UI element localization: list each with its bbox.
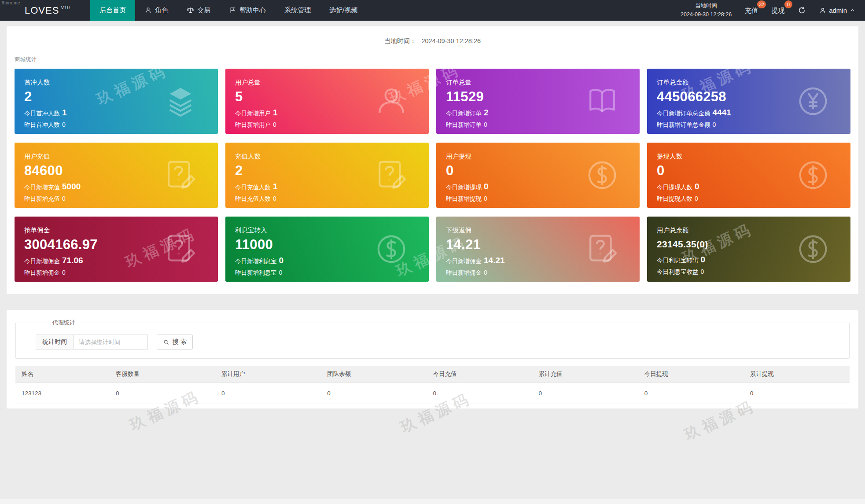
nav-item-2[interactable]: 交易 [177,0,220,21]
nav-item-label: 角色 [155,6,168,15]
horizontal-scrollbar[interactable] [0,499,865,504]
card-today-label: 今日新增订单总金额 [657,110,710,117]
card-yesterday-label: 昨日充值人数 [235,195,271,202]
user-menu[interactable]: admin [819,7,855,14]
user-icon [374,84,409,118]
refresh-icon[interactable] [798,6,806,15]
stat-card: 抢单佣金3004166.97今日新增佣金71.06昨日新增佣金0 [15,217,218,282]
nav-item-4[interactable]: 系统管理 [275,0,320,21]
card-today-value: 5000 [62,182,81,191]
card-today-value: 71.06 [62,256,83,265]
book-icon [585,84,619,118]
navbar-local-time-label: 当地时间 [681,2,732,10]
section-title: 商城统计 [15,56,858,63]
stat-cards-grid: 首冲人数2今日首冲人数1昨日首冲人数0用户总量5今日新增用户1昨日新增用户0订单… [15,69,850,282]
table-cell: 0 [321,383,427,404]
table-header-cell: 客服数量 [110,366,215,383]
stat-card: 首冲人数2今日首冲人数1昨日首冲人数0 [15,69,218,134]
table-header-cell: 姓名 [15,366,110,383]
table-header-cell: 累计提现 [744,366,850,383]
filter-label: 统计时间 [36,335,73,349]
card-yesterday-value: 0 [713,121,716,128]
user-name: admin [829,7,847,14]
recharge-label: 充值 [745,7,758,14]
card-today-value: 14.21 [484,256,505,265]
table-header-cell: 团队余额 [321,366,427,383]
agent-panel: 代理统计 统计时间 搜 索 姓名客服数量累计用户团队余额今日充值累计充值今日提现… [7,310,858,408]
nav-item-label: 系统管理 [284,6,311,15]
edit-doc-icon [585,232,619,266]
card-yesterday-label: 昨日新增提现 [446,195,482,202]
navbar-local-time: 当地时间 2024-09-30 12:28:26 [681,2,732,19]
edit-doc-icon [374,158,409,192]
card-today-label: 今日新增佣金 [24,258,60,265]
card-yesterday-value: 0 [701,268,704,275]
nav-item-0[interactable]: 后台首页 [90,0,135,21]
card-today-label: 今日新增充值 [24,184,60,191]
agent-fieldset: 代理统计 统计时间 搜 索 [15,319,850,359]
card-today-value: 0 [484,182,489,191]
nav-item-label: 选妃/视频 [329,6,357,15]
nav-item-label: 后台首页 [99,6,126,15]
card-yesterday-value: 0 [62,121,66,128]
nav-item-3[interactable]: 帮助中心 [220,0,275,21]
card-today-value: 0 [279,256,284,265]
table-cell: 0 [110,383,215,404]
card-yesterday-value: 0 [279,269,283,276]
card-today-label: 今日新增利息宝 [235,258,277,265]
card-yesterday-value: 0 [273,195,276,202]
card-today-value: 0 [695,182,699,191]
local-time-line: 当地时间： 2024-09-30 12:28:26 [7,26,858,45]
site-watermark: 9fym.me [2,0,20,5]
agent-legend: 代理统计 [48,319,80,327]
nav-item-1[interactable]: 角色 [135,0,177,21]
nav-item-5[interactable]: 选妃/视频 [320,0,367,21]
table-cell: 0 [638,383,744,404]
search-icon [163,339,169,346]
card-today-label: 今日充值人数 [235,184,271,191]
card-today-label: 今日新增用户 [235,110,271,117]
card-today-value: 1 [273,108,278,117]
navbar-local-time-value: 2024-09-30 12:28:26 [681,11,732,19]
card-yesterday-label: 昨日新增订单 [446,121,482,128]
scales-icon [187,7,194,14]
recharge-nav-item[interactable]: 充值 32 [745,6,758,15]
search-button[interactable]: 搜 索 [157,335,193,349]
card-today-label: 今日首冲人数 [24,110,60,117]
edit-doc-icon [163,158,198,192]
card-yesterday-label: 昨日提现人数 [657,195,692,202]
card-yesterday-label: 昨日新增用户 [235,121,271,128]
card-yesterday-value: 0 [273,121,276,128]
card-yesterday-value: 0 [484,195,487,202]
person-icon [144,7,152,14]
withdraw-nav-item[interactable]: 提现 0 [771,6,784,15]
dollar-icon [374,232,409,266]
stats-panel: 当地时间： 2024-09-30 12:28:26 商城统计 首冲人数2今日首冲… [7,26,858,294]
table-header-cell: 今日提现 [638,366,744,383]
search-button-label: 搜 索 [173,338,187,346]
stat-card: 用户总量5今日新增用户1昨日新增用户0 [225,69,429,134]
stat-card: 下级返佣14.21今日新增佣金14.21昨日新增佣金0 [436,217,640,282]
card-yesterday-label: 今日利息宝收益 [657,269,699,275]
layers-icon [163,84,198,118]
table-header-cell: 累计充值 [533,366,638,383]
dollar-icon [796,158,830,192]
recharge-badge: 32 [757,0,766,8]
card-today-label: 今日新增订单 [446,110,482,117]
chevron-up-icon [850,7,855,13]
card-today-value: 1 [273,182,278,191]
table-cell: 0 [427,383,532,404]
card-yesterday-value: 0 [62,269,66,276]
person-icon [819,7,826,14]
table-header-row: 姓名客服数量累计用户团队余额今日充值累计充值今日提现累计提现 [15,366,850,383]
withdraw-label: 提现 [771,7,784,14]
card-today-label: 今日利息宝转出 [657,257,699,264]
stat-card: 充值人数2今日充值人数1昨日充值人数0 [225,143,429,208]
stat-time-input[interactable] [73,335,148,349]
card-today-value: 4441 [713,108,731,117]
card-today-label: 今日新增提现 [446,184,482,191]
main-nav: 后台首页角色交易帮助中心系统管理选妃/视频 [90,0,367,21]
stat-card: 订单总金额445066258今日新增订单总金额4441昨日新增订单总金额0 [647,69,850,134]
card-yesterday-value: 0 [484,121,487,128]
card-yesterday-label: 昨日新增充值 [24,195,60,202]
